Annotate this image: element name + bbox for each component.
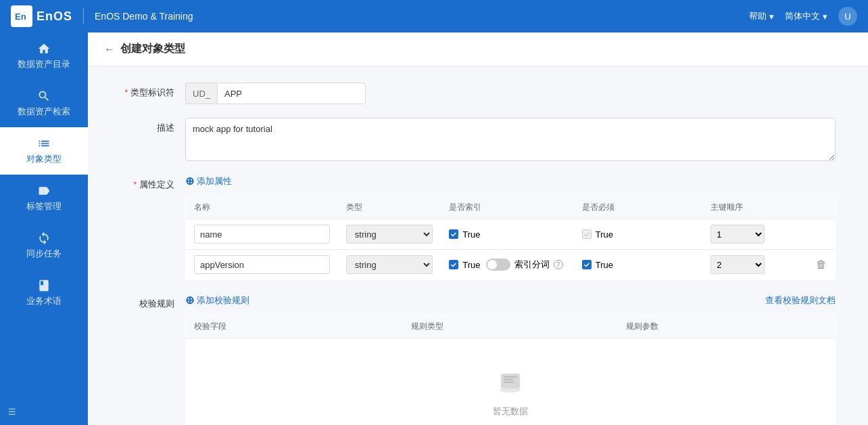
attr-index-checkbox-group-1: True — [449, 229, 566, 240]
empty-text: 暂无数据 — [493, 405, 528, 418]
attr-action-cell-2: 🗑 — [808, 250, 836, 280]
table-row: string integer float boolean date — [186, 250, 836, 280]
type-id-group: UD_ — [185, 83, 836, 104]
add-attribute-button[interactable]: ⊕ 添加属性 — [185, 175, 232, 187]
val-col-rule-type: 规则类型 — [403, 315, 619, 338]
attr-index-checkbox-2[interactable] — [449, 260, 458, 269]
doc-link[interactable]: 查看校验规则文档 — [765, 294, 836, 307]
attributes-section-header: ⊕ 添加属性 — [185, 175, 836, 187]
description-value: mock app for tutorial — [185, 118, 836, 161]
info-icon[interactable]: ? — [554, 260, 563, 269]
col-header-type: 类型 — [338, 196, 441, 219]
attr-required-checkbox-2[interactable] — [582, 260, 592, 269]
validation-empty-row: 暂无数据 — [186, 338, 836, 426]
sidebar-item-glossary[interactable]: 业务术语 — [0, 269, 88, 317]
form-row-type-id: 类型标识符 UD_ — [120, 83, 836, 104]
avatar[interactable]: U — [838, 7, 857, 26]
attr-type-cell-2: string integer float boolean date — [338, 250, 441, 280]
col-header-index: 是否索引 — [441, 196, 574, 219]
svg-rect-4 — [504, 376, 517, 378]
validation-section-header: ⊕ 添加校验规则 查看校验规则文档 — [185, 294, 836, 307]
empty-state: 暂无数据 — [194, 344, 827, 425]
index-tokenize-toggle[interactable] — [486, 259, 510, 271]
nav-app-title: EnOS Demo & Training — [95, 11, 193, 22]
page-header: ← 创建对象类型 — [88, 32, 868, 66]
description-input[interactable]: mock app for tutorial — [185, 118, 836, 161]
type-prefix: UD_ — [185, 83, 217, 104]
attributes-table: 名称 类型 是否索引 是否必须 主键顺序 — [185, 196, 836, 280]
form-row-attributes: 属性定义 ⊕ 添加属性 名称 类型 是否索引 — [120, 175, 836, 280]
table-row: string integer float boolean date — [186, 219, 836, 250]
attr-required-checkbox-group-2: True — [582, 260, 694, 270]
attr-index-label-1: True — [462, 229, 480, 240]
attr-name-cell — [186, 219, 338, 250]
attributes-label: 属性定义 — [120, 175, 174, 191]
attr-name-input-1[interactable] — [194, 225, 330, 244]
attr-required-label-2: True — [596, 260, 613, 270]
attr-required-label-1: True — [596, 229, 613, 240]
sidebar-label-search: 数据资产检索 — [18, 106, 70, 118]
svg-rect-6 — [504, 382, 514, 383]
index-tokenize-label: 索引分词 — [514, 259, 550, 271]
sidebar-item-tag[interactable]: 标签管理 — [0, 175, 88, 222]
attr-required-cell: True — [574, 219, 702, 250]
attr-key-cell-2: 1 2 3 — [702, 250, 808, 280]
attr-type-cell: string integer float boolean date — [338, 219, 441, 250]
nav-divider — [83, 8, 84, 24]
col-header-required: 是否必须 — [574, 196, 702, 219]
attr-required-checkbox-1 — [582, 229, 592, 239]
type-id-input[interactable] — [217, 83, 366, 104]
form-row-validation: 校验规则 ⊕ 添加校验规则 查看校验规则文档 校验字段 规则类型 — [120, 294, 836, 425]
attr-action-cell — [808, 219, 836, 250]
col-header-key: 主键顺序 — [702, 196, 808, 219]
attr-type-select-1[interactable]: string integer float boolean date — [346, 225, 433, 244]
back-button[interactable]: ← — [104, 43, 115, 55]
sidebar-item-home[interactable]: 数据资产目录 — [0, 32, 88, 80]
attr-name-input-2[interactable] — [194, 255, 330, 274]
logo-icon: En — [11, 5, 32, 27]
svg-rect-5 — [504, 379, 513, 380]
attr-index-cell: True — [441, 219, 574, 250]
delete-attr-button-2[interactable]: 🗑 — [816, 259, 827, 270]
sidebar-collapse[interactable]: ☰ — [0, 399, 88, 425]
nav-right: 帮助 ▾ 简体中文 ▾ U — [749, 7, 857, 26]
sidebar-item-sync[interactable]: 同步任务 — [0, 222, 88, 269]
attr-index-checkbox-group-2: True — [449, 260, 480, 270]
attr-name-cell-2 — [186, 250, 338, 280]
sidebar-item-search[interactable]: 数据资产检索 — [0, 80, 88, 127]
top-nav: En EnOS EnOS Demo & Training 帮助 ▾ 简体中文 ▾… — [0, 0, 868, 32]
main-layout: 数据资产目录 数据资产检索 对象类型 标签管理 同步任务 业务术语 ☰ — [0, 32, 868, 425]
toggle-knob — [487, 260, 497, 269]
page-title: 创建对象类型 — [120, 42, 185, 56]
form-container: 类型标识符 UD_ 描述 mock app for tutorial 属性定义 — [88, 66, 868, 425]
attr-required-checkbox-group-1: True — [582, 229, 694, 240]
logo: En EnOS — [11, 5, 72, 27]
attr-key-select-2[interactable]: 1 2 3 — [710, 255, 765, 274]
val-col-rule-params: 规则参数 — [618, 315, 835, 338]
attr-type-select-2[interactable]: string integer float boolean date — [346, 255, 433, 274]
svg-rect-3 — [501, 374, 520, 388]
content-area: ← 创建对象类型 类型标识符 UD_ 描述 mock app for tutor… — [88, 32, 868, 425]
col-header-action — [808, 196, 836, 219]
attributes-value: ⊕ 添加属性 名称 类型 是否索引 是否必须 主键顺序 — [185, 175, 836, 280]
attr-index-cell-2: True 索引分词 ? — [441, 250, 574, 280]
sidebar-label-tag: 标签管理 — [26, 200, 62, 212]
attr-index-group-2: True 索引分词 ? — [449, 259, 566, 271]
form-row-description: 描述 mock app for tutorial — [120, 118, 836, 161]
attr-key-select-1[interactable]: 1 2 3 — [710, 225, 765, 244]
attr-key-cell: 1 2 3 — [702, 219, 808, 250]
sidebar: 数据资产目录 数据资产检索 对象类型 标签管理 同步任务 业务术语 ☰ — [0, 32, 88, 425]
attr-index-label-2: True — [462, 260, 480, 270]
sidebar-label-object-type: 对象类型 — [26, 153, 62, 165]
lang-button[interactable]: 简体中文 ▾ — [785, 10, 827, 22]
description-label: 描述 — [120, 118, 174, 134]
attr-index-checkbox-1[interactable] — [449, 229, 458, 239]
type-id-label: 类型标识符 — [120, 83, 174, 99]
validation-empty-cell: 暂无数据 — [186, 338, 836, 426]
add-validation-button[interactable]: ⊕ 添加校验规则 — [185, 294, 249, 307]
val-col-field: 校验字段 — [186, 315, 403, 338]
svg-text:En: En — [15, 12, 26, 22]
sidebar-item-object-type[interactable]: 对象类型 — [0, 127, 88, 175]
attr-required-cell-2: True — [574, 250, 702, 280]
help-button[interactable]: 帮助 ▾ — [749, 10, 774, 22]
